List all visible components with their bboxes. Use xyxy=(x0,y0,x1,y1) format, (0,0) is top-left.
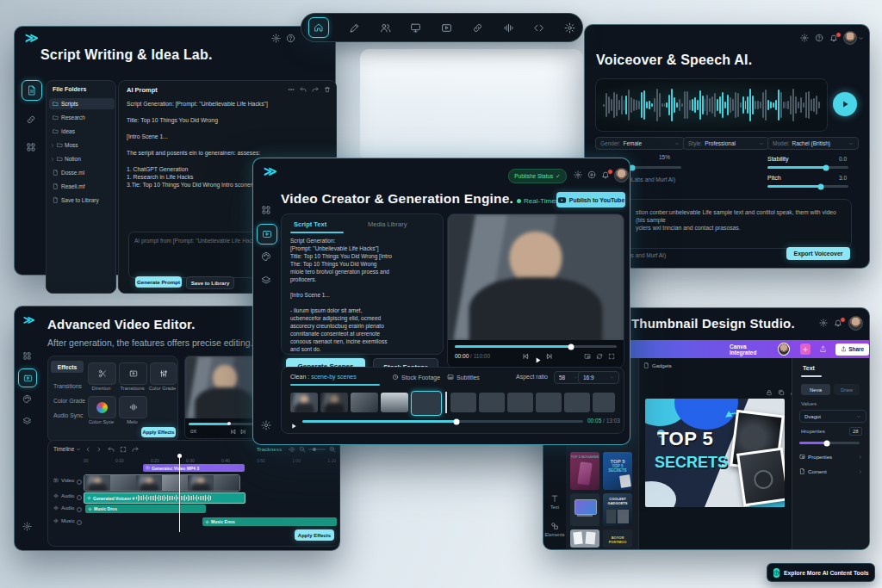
track-label-video[interactable]: Video xyxy=(53,478,74,483)
track-toggle[interactable] xyxy=(77,520,82,525)
style-select[interactable]: Style: Professional xyxy=(683,137,769,150)
link-icon[interactable] xyxy=(472,22,483,34)
size-slider[interactable] xyxy=(799,442,860,444)
palette-nav-icon[interactable] xyxy=(261,251,271,262)
track-label-audio[interactable]: Audio xyxy=(53,493,74,498)
scene-thumbnail[interactable] xyxy=(381,393,408,412)
help-icon[interactable] xyxy=(286,34,295,43)
video-nav-icon[interactable] xyxy=(18,368,37,387)
rail-item-text[interactable]: Text xyxy=(543,494,566,510)
add-icon[interactable] xyxy=(587,170,596,179)
trash-icon[interactable] xyxy=(324,86,331,93)
tab-text[interactable]: Text xyxy=(803,365,815,371)
preview-progress[interactable] xyxy=(189,423,261,425)
settings-icon[interactable] xyxy=(574,170,582,179)
menu-item-audio-sync[interactable]: Audio Sync xyxy=(53,412,83,418)
chevron-down-icon[interactable] xyxy=(621,172,627,178)
prev-icon[interactable] xyxy=(230,429,236,435)
code-icon[interactable] xyxy=(533,22,544,34)
publish-status-badge[interactable]: Publishe Status ✓ xyxy=(508,169,567,183)
generate-prompt-button[interactable]: Generate Prompt xyxy=(135,276,182,288)
tool-color-grade[interactable] xyxy=(150,362,177,385)
zoom-out-icon[interactable] xyxy=(299,446,306,453)
apps-nav-icon[interactable] xyxy=(26,142,36,152)
settings-icon[interactable] xyxy=(819,319,828,327)
eye-icon[interactable] xyxy=(289,446,295,453)
audio-icon[interactable] xyxy=(503,22,514,34)
expand-icon[interactable] xyxy=(120,446,127,453)
subtitles-toggle[interactable]: Subtitles xyxy=(447,374,480,381)
scene-thumbnail-empty[interactable] xyxy=(479,393,505,412)
settings-icon[interactable] xyxy=(261,420,271,430)
next-icon[interactable] xyxy=(546,353,553,360)
gender-select[interactable]: Gender: Female xyxy=(595,137,685,150)
comment-row[interactable]: Coment xyxy=(799,468,863,474)
voiceover-clip[interactable]: Generated Voiceor # xyxy=(84,492,245,504)
help-icon[interactable] xyxy=(815,34,823,42)
mode-button-draw[interactable]: Draw xyxy=(834,384,860,395)
template-card[interactable]: COOLEST GADGOETS xyxy=(603,493,632,526)
template-card[interactable]: TOP 5 BOGAKEE xyxy=(570,452,599,490)
prev-icon[interactable] xyxy=(522,353,529,360)
avatar[interactable] xyxy=(848,316,863,331)
template-card[interactable]: TOP 5 TOP 5 SECRETS xyxy=(603,452,632,490)
video-track-clip[interactable] xyxy=(84,474,240,492)
video-frame[interactable] xyxy=(448,214,624,340)
scene-thumbnail-empty[interactable] xyxy=(564,393,590,412)
users-icon[interactable] xyxy=(380,22,391,34)
track-toggle[interactable] xyxy=(77,495,82,500)
thumbnail-canvas[interactable]: TOP 5 SECRETS xyxy=(645,399,785,507)
video-icon[interactable] xyxy=(441,22,452,34)
export-voiceover-button[interactable]: Export Voiceover xyxy=(786,247,850,260)
tab-media-library[interactable]: Media Library xyxy=(368,220,407,228)
template-card[interactable] xyxy=(570,529,599,548)
magic-pen-icon[interactable] xyxy=(349,22,360,34)
timeline-zoom-slider[interactable] xyxy=(308,449,326,450)
link-nav-icon[interactable] xyxy=(26,115,36,125)
menu-item-color-grade[interactable]: Color Grade xyxy=(53,398,85,404)
values-select[interactable]: Dvagot xyxy=(799,410,866,423)
settings-icon[interactable] xyxy=(271,34,281,43)
save-to-library-item[interactable]: Save to Library xyxy=(49,195,115,206)
timeline-label[interactable]: Timeline xyxy=(53,446,81,452)
menu-item-transitions[interactable]: Transitions xyxy=(53,383,82,389)
scene-thumbnail[interactable] xyxy=(290,393,318,412)
scene-thumbnail[interactable] xyxy=(320,393,348,412)
bell-icon[interactable] xyxy=(601,170,610,179)
more-icon[interactable] xyxy=(288,86,295,93)
tool-audio[interactable] xyxy=(119,396,147,418)
scene-thumbnail-empty[interactable] xyxy=(450,393,476,412)
share-button[interactable]: Share xyxy=(835,344,869,356)
apps-nav-icon[interactable] xyxy=(261,205,271,215)
overlay-clip[interactable]: Generaioc Video MP4 3 xyxy=(143,464,245,472)
properties-row[interactable]: Properties xyxy=(799,454,863,460)
apps-nav-icon[interactable] xyxy=(22,351,32,361)
lock-icon[interactable] xyxy=(766,389,773,396)
chevron-down-icon[interactable] xyxy=(858,35,864,41)
tab-script-text[interactable]: Script Text xyxy=(294,220,326,228)
copy-icon[interactable] xyxy=(778,389,785,396)
play-icon[interactable] xyxy=(534,352,542,368)
home-icon[interactable] xyxy=(308,17,329,38)
scene-thumbnail[interactable] xyxy=(351,393,378,412)
back-icon[interactable] xyxy=(84,446,91,453)
repeat-icon[interactable] xyxy=(596,353,603,360)
explore-more-button[interactable]: Explore More AI Content Tools xyxy=(767,563,875,582)
page-label[interactable]: Gadgets xyxy=(643,362,672,368)
tool-direction[interactable] xyxy=(88,362,116,385)
scene-thumbnail-selected[interactable] xyxy=(411,391,442,416)
undo-icon[interactable] xyxy=(108,446,115,453)
save-to-library-button[interactable]: Save to Library xyxy=(186,276,234,289)
avatar[interactable] xyxy=(843,31,857,45)
undo-icon[interactable] xyxy=(300,86,307,93)
template-card[interactable]: BOYOR POKTMOO xyxy=(603,529,632,548)
redo-icon[interactable] xyxy=(132,446,139,453)
collaborator-avatar[interactable] xyxy=(778,343,790,356)
clean-scenes-toggle[interactable]: Clean : scene-by scenes xyxy=(290,374,357,380)
palette-nav-icon[interactable] xyxy=(22,394,32,404)
bell-icon[interactable] xyxy=(834,319,842,327)
model-select[interactable]: Model: Rachel (British) xyxy=(767,137,859,150)
folder-item[interactable]: Scripts xyxy=(49,98,115,109)
mode-button-neva[interactable]: Neva xyxy=(801,384,830,395)
folder-item[interactable]: Ideas xyxy=(49,126,115,137)
